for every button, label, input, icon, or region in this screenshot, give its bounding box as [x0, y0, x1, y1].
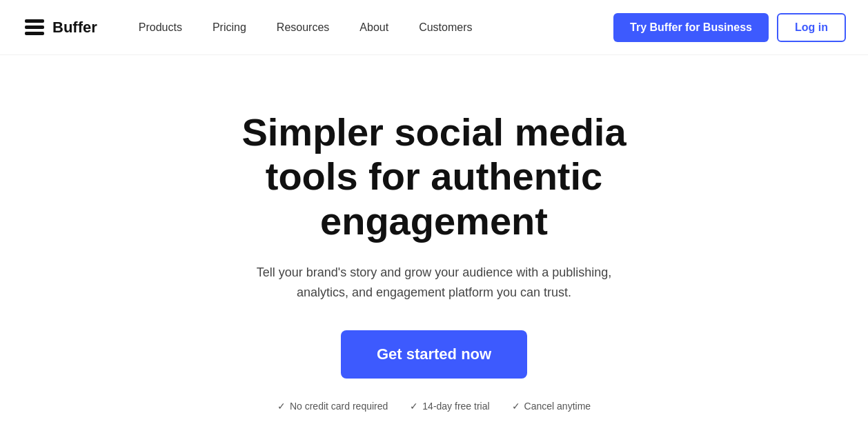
hero-subtitle: Tell your brand's story and grow your au… [255, 263, 613, 303]
checkmark-icon-1: ✓ [277, 401, 286, 412]
nav-pricing[interactable]: Pricing [199, 16, 260, 39]
buffer-logo-icon [22, 15, 47, 40]
trust-text-1: No credit card required [290, 401, 388, 412]
nav-actions: Try Buffer for Business Log in [613, 13, 846, 42]
login-button[interactable]: Log in [777, 13, 846, 42]
nav-resources[interactable]: Resources [263, 16, 343, 39]
trust-cancel-anytime: ✓ Cancel anytime [512, 401, 591, 412]
hero-section: Simpler social media tools for authentic… [0, 55, 868, 433]
trust-no-credit-card: ✓ No credit card required [277, 401, 388, 412]
nav-about[interactable]: About [346, 16, 402, 39]
checkmark-icon-2: ✓ [410, 401, 418, 412]
svg-rect-0 [25, 19, 44, 23]
trust-text-2: 14-day free trial [422, 401, 489, 412]
checkmark-icon-3: ✓ [512, 401, 520, 412]
navbar: Buffer Products Pricing Resources About … [0, 0, 868, 55]
hero-title: Simpler social media tools for authentic… [193, 110, 675, 243]
svg-rect-1 [25, 26, 44, 29]
get-started-button[interactable]: Get started now [341, 330, 527, 379]
try-buffer-button[interactable]: Try Buffer for Business [613, 13, 769, 42]
trust-text-3: Cancel anytime [524, 401, 591, 412]
trust-free-trial: ✓ 14-day free trial [410, 401, 489, 412]
trust-indicators: ✓ No credit card required ✓ 14-day free … [14, 401, 854, 412]
logo-link[interactable]: Buffer [22, 15, 97, 40]
logo-text: Buffer [52, 19, 97, 37]
nav-products[interactable]: Products [125, 16, 196, 39]
nav-links: Products Pricing Resources About Custome… [125, 16, 613, 39]
svg-rect-2 [25, 32, 44, 35]
nav-customers[interactable]: Customers [405, 16, 486, 39]
